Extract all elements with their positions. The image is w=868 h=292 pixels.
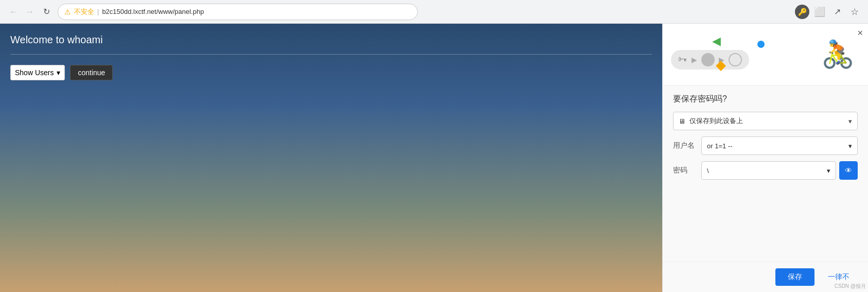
password-panel: × ◀ 🗝 ▶ ▶ 🚴 [662,24,868,292]
captcha-track: 🗝 ▶ ▶ [671,50,749,70]
monitor-icon: 🖥 [679,117,685,125]
continue-button[interactable]: continue [70,65,113,80]
show-users-dropdown[interactable]: Show Users ▾ [10,65,65,80]
browser-chrome: ← → ↻ ⚠ 不安全 | b2c150dd.lxctf.net/www/pan… [0,0,868,24]
back-button[interactable]: ← [6,5,21,19]
save-button[interactable]: 保存 [775,268,814,286]
username-label: 用户名 [673,141,696,150]
green-triangle-icon: ◀ [712,35,721,48]
captcha-circle-outline [729,53,742,66]
password-select[interactable]: \ ▾ [701,161,836,180]
address-bar[interactable]: ⚠ 不安全 | b2c150dd.lxctf.net/www/panel.php [58,4,418,20]
captcha-circle-filled [701,53,715,66]
show-users-chevron-icon: ▾ [57,68,60,77]
forward-button[interactable]: → [23,5,37,19]
username-chevron-icon: ▾ [848,142,852,150]
captcha-area: ◀ 🗝 ▶ ▶ 🚴 [663,24,868,85]
translate-button[interactable]: ⬜ [812,5,827,19]
nav-buttons: ← → ↻ [6,5,54,19]
password-field-group: \ ▾ 👁 [701,161,858,180]
divider [10,54,652,55]
url-text: b2c150dd.lxctf.net/www/panel.php [102,8,411,15]
key-icon-button[interactable]: 🔑 [795,5,809,19]
watermark: CSDN @报月 [835,283,866,290]
separator: | [97,8,99,15]
save-password-title: 要保存密码吗? [673,94,858,105]
device-chevron-icon: ▾ [848,117,852,125]
username-row: 用户名 or 1=1 -- ▾ [673,136,858,155]
eye-toggle-button[interactable]: 👁 [839,161,858,180]
security-label: 不安全 [74,7,94,16]
username-value: or 1=1 -- [707,142,733,150]
webpage: Welcome to whoami Show Users ▾ continue [0,24,662,292]
password-row: 密码 \ ▾ 👁 [673,161,858,180]
show-users-label: Show Users [15,68,54,77]
eye-off-icon: 👁 [845,166,852,175]
device-select[interactable]: 🖥 仅保存到此设备上 ▾ [673,112,858,130]
content-area: Welcome to whoami Show Users ▾ continue … [0,24,868,292]
password-label: 密码 [673,166,696,175]
captcha-arrow-icon: ▶ [692,56,697,64]
security-warning-icon: ⚠ [64,8,71,16]
form-area: 要保存密码吗? 🖥 仅保存到此设备上 ▾ 用户名 or 1=1 -- ▾ 密 [663,85,868,262]
password-value: \ [707,167,709,175]
password-chevron-icon: ▾ [827,167,830,175]
browser-actions: 🔑 ⬜ ↗ ☆ [795,5,862,19]
captcha-key-icon: 🗝 [678,54,687,65]
cyclist-icon: 🚴 [821,39,855,70]
username-select[interactable]: or 1=1 -- ▾ [701,136,858,155]
bookmark-button[interactable]: ☆ [847,5,862,19]
controls: Show Users ▾ continue [10,65,652,80]
panel-close-button[interactable]: × [857,28,863,39]
page-title: Welcome to whoami [10,34,652,46]
share-button[interactable]: ↗ [830,5,844,19]
blue-dot [757,41,765,48]
device-row: 🖥 仅保存到此设备上 ▾ [673,112,858,130]
refresh-button[interactable]: ↻ [39,5,54,19]
device-label: 仅保存到此设备上 [689,116,743,126]
